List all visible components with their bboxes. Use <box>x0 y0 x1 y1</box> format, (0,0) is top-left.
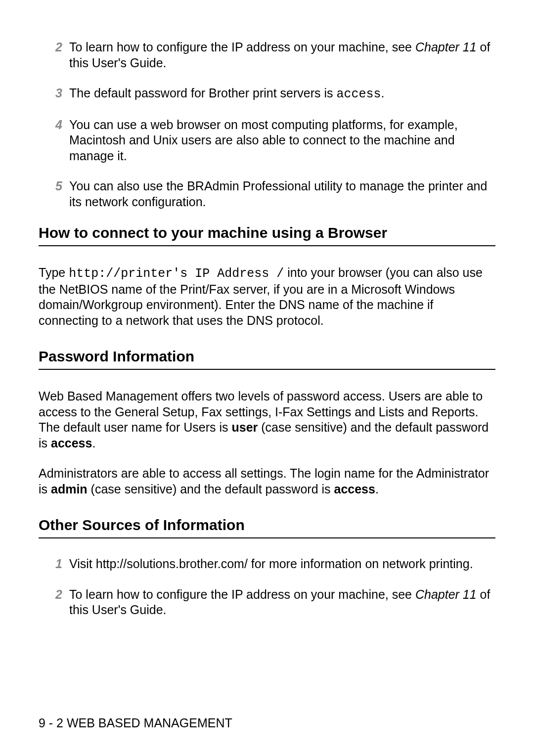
list-item-number: 2 <box>39 587 69 618</box>
connect-paragraph: Type http://printer's IP Address / into … <box>39 265 495 328</box>
list-item: 1 Visit http://solutions.brother.com/ fo… <box>39 556 495 572</box>
list-item-text: The default password for Brother print s… <box>69 86 495 102</box>
list-item-number: 1 <box>39 556 69 572</box>
list-item-number: 5 <box>39 178 69 210</box>
list-item: 2 To learn how to configure the IP addre… <box>39 587 495 618</box>
list-item-number: 3 <box>39 86 69 102</box>
list-item-text: Visit http://solutions.brother.com/ for … <box>69 556 495 572</box>
password-paragraph-1: Web Based Management offers two levels o… <box>39 389 495 451</box>
list-item-text: You can use a web browser on most comput… <box>69 117 495 164</box>
password-paragraph-2: Administrators are able to access all se… <box>39 466 495 497</box>
other-sources-list: 1 Visit http://solutions.brother.com/ fo… <box>39 556 495 618</box>
list-item: 4 You can use a web browser on most comp… <box>39 117 495 164</box>
heading-other-sources: Other Sources of Information <box>39 517 495 538</box>
heading-connect-browser: How to connect to your machine using a B… <box>39 224 495 246</box>
list-item-number: 4 <box>39 117 69 164</box>
list-item: 3 The default password for Brother print… <box>39 86 495 102</box>
heading-password-information: Password Information <box>39 348 495 370</box>
list-item: 5 You can also use the BRAdmin Professio… <box>39 178 495 210</box>
list-item-text: To learn how to configure the IP address… <box>69 40 495 71</box>
list-item-text: You can also use the BRAdmin Professiona… <box>69 178 495 210</box>
list-item-text: To learn how to configure the IP address… <box>69 587 495 618</box>
top-numbered-list: 2 To learn how to configure the IP addre… <box>39 40 495 210</box>
list-item-number: 2 <box>39 40 69 71</box>
document-page: 2 To learn how to configure the IP addre… <box>0 0 534 618</box>
list-item: 2 To learn how to configure the IP addre… <box>39 40 495 71</box>
page-footer: 9 - 2 WEB BASED MANAGEMENT <box>39 716 232 730</box>
